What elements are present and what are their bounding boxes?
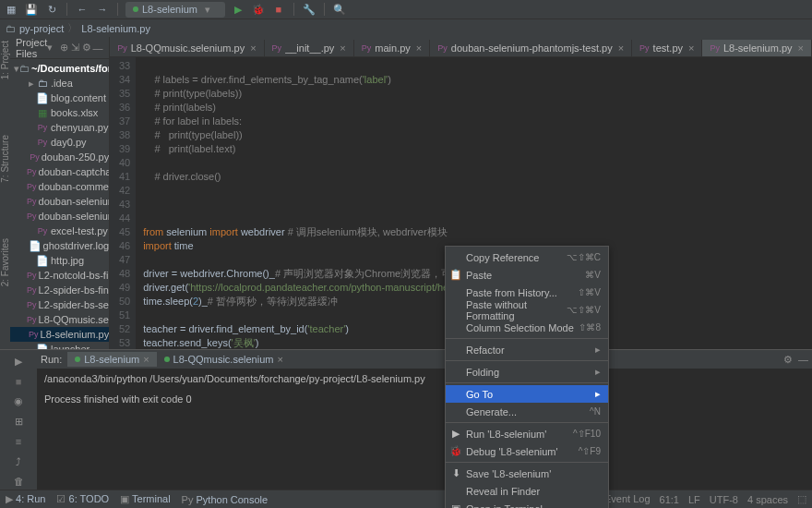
folder-icon: 🗀: [6, 23, 16, 34]
ctx-item[interactable]: Refactor▸: [446, 341, 608, 358]
tree-item[interactable]: ▸🗀.idea: [10, 76, 109, 91]
status-right-item[interactable]: LF: [688, 494, 700, 505]
run-tab[interactable]: L8-selenium×: [67, 352, 156, 367]
status-item[interactable]: Py Python Console: [182, 494, 269, 505]
status-right-item[interactable]: 61:1: [660, 494, 679, 505]
favorites-tool-label[interactable]: 2: Favorites: [0, 238, 10, 286]
tree-root[interactable]: ▾🗀~/Documents/forchange/py-project: [10, 61, 109, 76]
tree-item[interactable]: Pydouban-selenium.py: [10, 194, 109, 209]
search-icon[interactable]: 🔍: [332, 2, 347, 17]
run-tool-window: ▶ ■ ◉ ⊞ ≡ ⤴ 🗑 Run: L8-selenium×L8-QQmusi…: [0, 349, 812, 490]
editor-tab[interactable]: Pydouban-selenium-phantomjs-test.py×: [430, 40, 632, 56]
back-icon[interactable]: ←: [75, 2, 90, 17]
status-bar: ▶ 4: Run☑ 6: TODO▣ TerminalPy Python Con…: [0, 490, 812, 508]
editor-tabs: PyL8-QQmusic.selenium.py×Py__init__.py×P…: [110, 37, 812, 57]
left-tool-strip: 1: Project 7: Structure 2: Favorites: [0, 37, 10, 349]
project-panel-title[interactable]: Project Files: [16, 37, 47, 59]
status-item[interactable]: ☑ 6: TODO: [56, 493, 109, 505]
sync-icon[interactable]: ↻: [44, 2, 59, 17]
console-line: Process finished with exit code 0: [44, 393, 805, 405]
trash-icon[interactable]: 🗑: [10, 473, 27, 490]
stop-icon[interactable]: ■: [271, 2, 286, 17]
tree-item[interactable]: Pydouban-captcha-id.py: [10, 164, 109, 179]
ctx-item[interactable]: Go To▸: [446, 385, 608, 403]
close-icon[interactable]: ×: [250, 42, 256, 54]
tree-item[interactable]: 📄launcher: [10, 342, 109, 349]
ctx-item[interactable]: Generate...^N: [446, 403, 608, 420]
close-icon[interactable]: ×: [798, 42, 804, 54]
project-icon[interactable]: ▦: [4, 2, 18, 17]
settings-icon[interactable]: ⚙: [783, 354, 793, 366]
ctx-item[interactable]: Copy Reference⌥⇧⌘C: [446, 248, 608, 266]
gear-icon[interactable]: ⚙: [81, 42, 92, 54]
run-tab[interactable]: L8-QQmusic.selenium×: [157, 352, 291, 367]
chevron-down-icon[interactable]: ▾: [47, 42, 53, 54]
ctx-item[interactable]: 🐞Debug 'L8-selenium'^⇧F9: [446, 442, 608, 460]
close-icon[interactable]: ×: [416, 42, 422, 54]
console-line: /anaconda3/bin/python /Users/yuan/Docume…: [44, 372, 805, 385]
status-item[interactable]: ▣ Terminal: [120, 493, 170, 505]
ctx-item[interactable]: Reveal in Finder: [446, 482, 608, 500]
structure-tool-label[interactable]: 7: Structure: [0, 135, 10, 183]
tree-item[interactable]: PyL2-spider-bs-find-findall.py: [10, 283, 109, 297]
close-icon[interactable]: ×: [618, 42, 624, 54]
tree-item[interactable]: Pyexcel-test.py: [10, 224, 109, 238]
save-icon[interactable]: 💾: [24, 2, 39, 17]
tree-item[interactable]: 📄http.jpg: [10, 253, 109, 268]
run-config-selector[interactable]: L8-selenium ▾: [125, 2, 225, 18]
tree-item[interactable]: ▦books.xlsx: [10, 105, 109, 120]
tree-item[interactable]: PyL8-selenium.py: [10, 327, 109, 342]
ctx-item[interactable]: Folding▸: [446, 363, 608, 381]
breakpoint-icon[interactable]: ◉: [10, 393, 27, 410]
tree-item[interactable]: Pydouban-selenium-phantomjs-test.py: [10, 209, 109, 224]
run-icon[interactable]: ▶: [231, 2, 245, 17]
project-panel: Project Files ▾ ⊕ ⇲ ⚙ — ▾🗀~/Documents/fo…: [10, 37, 110, 349]
rerun-icon[interactable]: ▶: [10, 354, 27, 370]
status-right-item[interactable]: 4 spaces: [747, 494, 788, 505]
line-gutter: 3334353637383940414243444546474849505152…: [110, 57, 136, 349]
filter-icon[interactable]: ≡: [10, 433, 27, 450]
debug-icon[interactable]: 🐞: [251, 2, 266, 17]
tree-item[interactable]: PyL2-spider-bs-select.py: [10, 297, 109, 312]
collapse-icon[interactable]: ⇲: [69, 42, 80, 54]
console-output[interactable]: /anaconda3/bin/python /Users/yuan/Docume…: [37, 369, 812, 490]
ctx-item[interactable]: Paste without Formatting⌥⇧⌘V: [446, 301, 608, 319]
editor-tab[interactable]: Pytest.py×: [632, 40, 702, 56]
tree-item[interactable]: 📄blog.content: [10, 91, 109, 105]
tree-item[interactable]: PyL2-notcold-bs-findall.py: [10, 268, 109, 283]
stop-run-icon[interactable]: ■: [10, 374, 27, 391]
breadcrumb: 🗀 py-project 〉 L8-selenium.py: [0, 18, 812, 37]
export-icon[interactable]: ⤴: [10, 454, 27, 470]
titlebar: ▦ 💾 ↻ ← → L8-selenium ▾ ▶ 🐞 ■ 🔧 🔍: [0, 0, 812, 18]
editor-context-menu[interactable]: Copy Reference⌥⇧⌘C📋Paste⌘VPaste from His…: [445, 246, 609, 508]
crumb-project[interactable]: py-project: [19, 23, 64, 34]
target-icon[interactable]: ⊕: [58, 42, 69, 54]
crumb-file[interactable]: L8-selenium.py: [81, 23, 150, 34]
ctx-item[interactable]: ⬇Save 'L8-selenium': [446, 465, 608, 482]
hide-icon[interactable]: —: [92, 42, 103, 54]
wrench-icon[interactable]: 🔧: [302, 2, 316, 17]
tree-item[interactable]: Pydouban-250.py: [10, 150, 109, 164]
close-icon[interactable]: ×: [340, 42, 345, 54]
status-right-item[interactable]: UTF-8: [710, 494, 738, 505]
editor-tab[interactable]: Pymain.py×: [354, 40, 430, 56]
status-right-item[interactable]: ⬚: [797, 493, 806, 505]
ctx-item[interactable]: ▣Open in Terminal: [446, 500, 608, 508]
close-icon[interactable]: ×: [688, 42, 694, 54]
layout-icon[interactable]: ⊞: [10, 414, 27, 430]
status-item[interactable]: ▶ 4: Run: [6, 493, 45, 505]
ctx-item[interactable]: ▶Run 'L8-selenium'^⇧F10: [446, 425, 608, 442]
project-tool-label[interactable]: 1: Project: [0, 41, 10, 79]
editor-tab[interactable]: Py__init__.py×: [265, 40, 354, 56]
tree-item[interactable]: Pydouban-comment.py: [10, 179, 109, 194]
tree-item[interactable]: Pychenyuan.py: [10, 120, 109, 135]
editor-tab[interactable]: PyL8-QQmusic.selenium.py×: [110, 40, 264, 56]
tree-item[interactable]: Pyday0.py: [10, 135, 109, 150]
ctx-item[interactable]: 📋Paste⌘V: [446, 266, 608, 284]
forward-icon[interactable]: →: [95, 2, 110, 17]
editor-tab[interactable]: PyL8-selenium.py×: [702, 40, 812, 56]
tree-item[interactable]: PyL8-QQmusic.selenium.py: [10, 312, 109, 327]
minimize-icon[interactable]: —: [798, 354, 808, 366]
ctx-item[interactable]: Column Selection Mode⇧⌘8: [446, 319, 608, 336]
tree-item[interactable]: 📄ghostdriver.log: [10, 238, 109, 253]
